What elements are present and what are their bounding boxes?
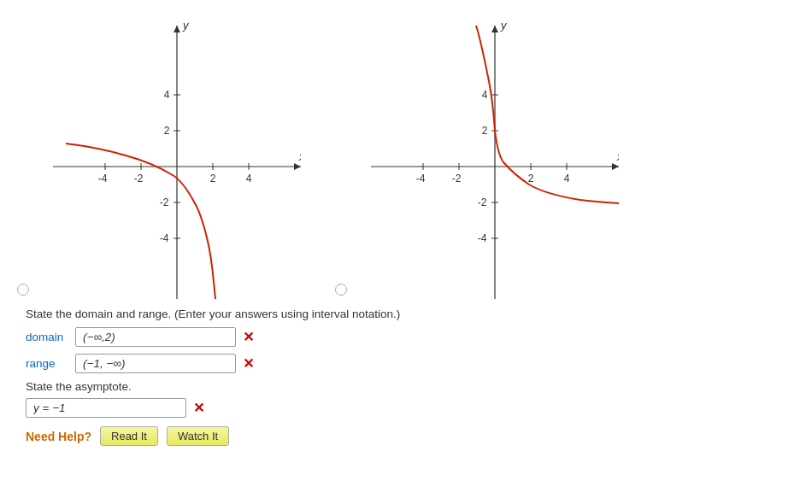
svg-text:-4: -4 <box>416 173 426 185</box>
help-row: Need Help? Read It Watch It <box>26 426 786 446</box>
domain-input[interactable] <box>75 327 236 347</box>
graph-left-wrapper: -4 -2 2 4 4 2 -2 -4 x y <box>17 9 301 299</box>
need-help-label: Need Help? <box>26 430 91 443</box>
svg-text:y: y <box>500 19 508 32</box>
radio-right[interactable] <box>335 284 347 296</box>
graph-right-wrapper: -4 -2 2 4 4 2 -2 -4 x y <box>335 9 619 299</box>
svg-text:4: 4 <box>246 173 252 185</box>
svg-marker-2 <box>294 163 301 170</box>
asymptote-row: ✕ <box>26 398 786 418</box>
qa-section: State the domain and range. (Enter your … <box>17 308 795 446</box>
svg-text:-2: -2 <box>452 173 462 185</box>
range-clear[interactable]: ✕ <box>243 355 254 372</box>
range-label: range <box>26 357 68 370</box>
svg-text:4: 4 <box>482 89 488 101</box>
svg-text:-4: -4 <box>160 232 169 244</box>
svg-marker-24 <box>612 163 619 170</box>
svg-text:-4: -4 <box>478 232 487 244</box>
svg-text:-2: -2 <box>134 173 144 185</box>
watch-it-button[interactable]: Watch It <box>167 426 229 446</box>
graph-right: -4 -2 2 4 4 2 -2 -4 x y <box>354 9 619 299</box>
asymptote-input[interactable] <box>26 398 186 418</box>
asymptote-section: State the asymptote. ✕ <box>26 380 786 418</box>
svg-text:-2: -2 <box>160 196 169 208</box>
svg-text:2: 2 <box>164 125 170 137</box>
instruction-text: State the domain and range. (Enter your … <box>26 308 786 320</box>
svg-text:2: 2 <box>528 173 534 185</box>
radio-left[interactable] <box>17 284 29 296</box>
svg-marker-3 <box>174 26 180 32</box>
svg-marker-25 <box>491 26 498 32</box>
svg-text:-4: -4 <box>98 173 108 185</box>
read-it-button[interactable]: Read It <box>100 426 158 446</box>
asymptote-instruction: State the asymptote. <box>26 380 786 393</box>
svg-text:y: y <box>182 19 190 32</box>
graph-left: -4 -2 2 4 4 2 -2 -4 x y <box>36 9 301 299</box>
svg-text:2: 2 <box>210 173 216 185</box>
domain-row: domain ✕ <box>26 327 786 347</box>
svg-text:2: 2 <box>482 125 488 137</box>
domain-clear[interactable]: ✕ <box>243 329 254 345</box>
svg-text:-2: -2 <box>478 196 487 208</box>
svg-text:x: x <box>616 150 619 163</box>
domain-label: domain <box>26 331 68 343</box>
svg-text:4: 4 <box>564 173 570 185</box>
svg-text:4: 4 <box>164 89 170 101</box>
range-row: range ✕ <box>26 354 786 373</box>
range-input[interactable] <box>75 354 236 373</box>
svg-text:x: x <box>298 150 301 163</box>
asymptote-clear[interactable]: ✕ <box>193 400 204 416</box>
